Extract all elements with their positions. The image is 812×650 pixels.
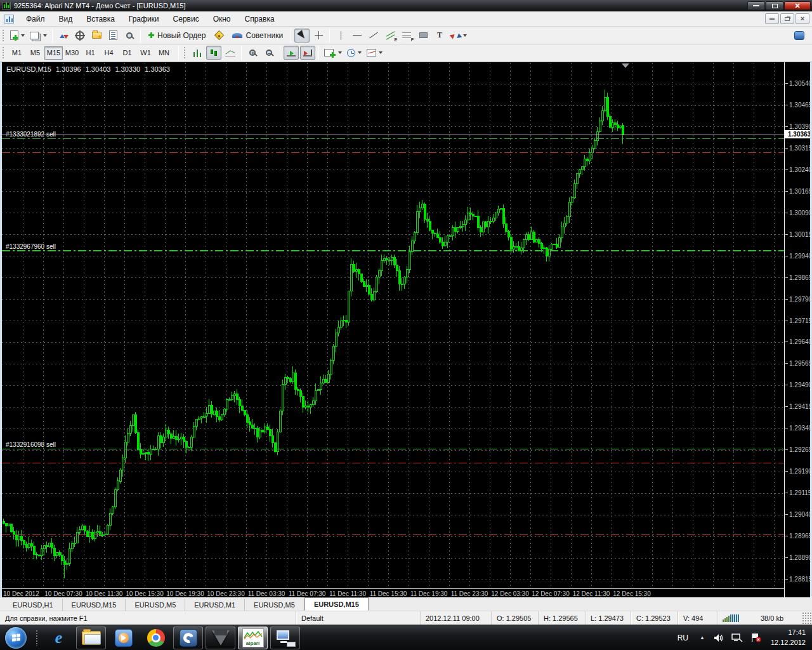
status-profile[interactable]: Default: [296, 611, 420, 625]
zoom-out-button[interactable]: −: [261, 46, 277, 60]
chart-tab[interactable]: EURUSD,M15: [63, 599, 126, 611]
timeframe-button-m1[interactable]: M1: [8, 46, 26, 60]
taskbar-media-player-icon[interactable]: [108, 627, 138, 649]
taskbar-explorer-icon[interactable]: [76, 627, 106, 649]
candlestick: [269, 429, 271, 435]
auto-scroll-button[interactable]: [284, 46, 299, 60]
metaeditor-button[interactable]: [211, 29, 226, 43]
strategy-tester-button[interactable]: [122, 29, 137, 43]
line-chart-button[interactable]: [223, 46, 238, 60]
horizontal-line-tool-button[interactable]: [350, 29, 365, 43]
toolbar-grip[interactable]: [2, 46, 5, 59]
market-watch-button[interactable]: [56, 29, 71, 43]
hidden-icons-button[interactable]: ▲: [695, 635, 710, 640]
fibonacci-tool-button[interactable]: F: [399, 29, 414, 43]
windows-taskbar: e alpari RU ▲ 17:41 12.12.2012: [0, 625, 812, 650]
menu-item[interactable]: Справка: [238, 13, 282, 25]
text-tool-button[interactable]: T: [432, 29, 447, 43]
taskbar-alpari-mt4-icon[interactable]: alpari: [238, 627, 268, 649]
mdi-minimize-button[interactable]: [765, 13, 779, 24]
menu-item[interactable]: Окно: [206, 13, 238, 25]
candlestick: [581, 166, 583, 169]
start-button[interactable]: [5, 627, 27, 649]
timeframe-button-d1[interactable]: D1: [118, 46, 136, 60]
candlestick: [134, 415, 136, 433]
menu-item[interactable]: Сервис: [166, 13, 206, 25]
timeframe-button-m5[interactable]: M5: [26, 46, 44, 60]
menu-item[interactable]: Графики: [122, 13, 166, 25]
taskbar-blue-c-app-icon[interactable]: [173, 627, 203, 649]
shift-marker-icon[interactable]: [622, 63, 629, 68]
time-axis[interactable]: 10 Dec 201210 Dec 07:3010 Dec 11:3010 De…: [2, 588, 784, 598]
indicators-button[interactable]: [322, 46, 344, 60]
candlestick: [508, 231, 509, 237]
mdi-restore-button[interactable]: [780, 13, 794, 24]
arrows-tool-button[interactable]: [449, 29, 469, 43]
zoom-in-button[interactable]: +: [245, 46, 260, 60]
vertical-line-tool-button[interactable]: [333, 29, 348, 43]
network-icon[interactable]: [731, 633, 743, 642]
taskbar-shield-app-icon[interactable]: [206, 627, 235, 649]
taskbar-chrome-icon[interactable]: [141, 627, 171, 649]
navigator-button[interactable]: ★: [89, 29, 104, 43]
volume-icon[interactable]: [714, 633, 724, 642]
action-center-flag-icon[interactable]: [750, 633, 762, 642]
price-axis[interactable]: 1.305401.304651.303901.303151.302401.301…: [784, 62, 810, 598]
taskbar-installer-icon[interactable]: [270, 627, 300, 649]
candlestick: [107, 525, 108, 534]
chart-tab[interactable]: EURUSD,M15: [304, 597, 369, 611]
price-tick-label: 1.29340: [789, 425, 812, 432]
timeframe-button-w1[interactable]: W1: [136, 46, 155, 60]
cursor-tool-button[interactable]: [294, 29, 310, 43]
candlestick-chart-button[interactable]: [206, 46, 221, 60]
menu-item[interactable]: Файл: [19, 13, 52, 25]
templates-button[interactable]: [365, 46, 384, 60]
menu-item[interactable]: Вид: [52, 13, 80, 25]
timeframe-button-mn[interactable]: MN: [155, 46, 173, 60]
notifications-icon[interactable]: [792, 29, 807, 43]
maximize-button[interactable]: [766, 1, 783, 10]
mdi-close-button[interactable]: ×: [796, 13, 809, 24]
chart-tab[interactable]: EURUSD,M5: [245, 599, 304, 611]
chart-tab[interactable]: EURUSD,M1: [185, 599, 245, 611]
chart-tab[interactable]: EURUSD,H1: [4, 599, 63, 611]
chart-shift-button[interactable]: [300, 46, 315, 60]
new-chart-button[interactable]: [8, 29, 27, 43]
toolbar-grip[interactable]: [183, 46, 187, 59]
trendline-tool-button[interactable]: [366, 29, 381, 43]
periods-button[interactable]: [345, 46, 363, 60]
data-window-button[interactable]: [72, 29, 88, 43]
toolbar-grip[interactable]: [2, 29, 5, 42]
candlestick: [302, 397, 304, 407]
standard-toolbar: ★ Новый Ордер Советники E F T: [0, 27, 812, 44]
tray-clock[interactable]: 17:41 12.12.2012: [766, 628, 812, 647]
menu-item[interactable]: Вставка: [79, 13, 122, 25]
candlestick: [606, 98, 608, 117]
candlestick: [388, 260, 390, 260]
order-label: #1332967960 sell: [6, 243, 56, 250]
timeframe-button-m30[interactable]: M30: [63, 46, 81, 60]
timeframe-button-m15[interactable]: M15: [44, 46, 63, 60]
candlestick: [320, 383, 322, 390]
minimize-button[interactable]: [747, 1, 765, 10]
crosshair-tool-button[interactable]: [311, 29, 326, 43]
resize-grip[interactable]: [802, 611, 812, 625]
timeframe-button-h4[interactable]: H4: [100, 46, 118, 60]
candlestick: [185, 442, 187, 448]
language-indicator[interactable]: RU: [671, 633, 695, 642]
chart-tab[interactable]: EURUSD,M5: [126, 599, 185, 611]
expert-advisors-button[interactable]: Советники: [228, 29, 287, 43]
channel-tool-button[interactable]: E: [383, 29, 398, 43]
taskbar-internet-explorer-icon[interactable]: e: [44, 627, 74, 649]
close-button[interactable]: ✕: [784, 1, 811, 10]
shapes-tool-button[interactable]: [416, 29, 431, 43]
price-tick-label: 1.29265: [789, 446, 812, 453]
bar-chart-button[interactable]: [190, 46, 205, 60]
candlestick: [335, 333, 337, 347]
new-order-button[interactable]: Новый Ордер: [144, 29, 210, 43]
price-chart[interactable]: #1333021892 sell#1332967960 sell#1332916…: [2, 63, 784, 588]
timeframe-button-h1[interactable]: H1: [81, 46, 100, 60]
terminal-button[interactable]: [105, 29, 121, 43]
candlestick: [173, 436, 174, 439]
profiles-button[interactable]: [28, 29, 49, 43]
